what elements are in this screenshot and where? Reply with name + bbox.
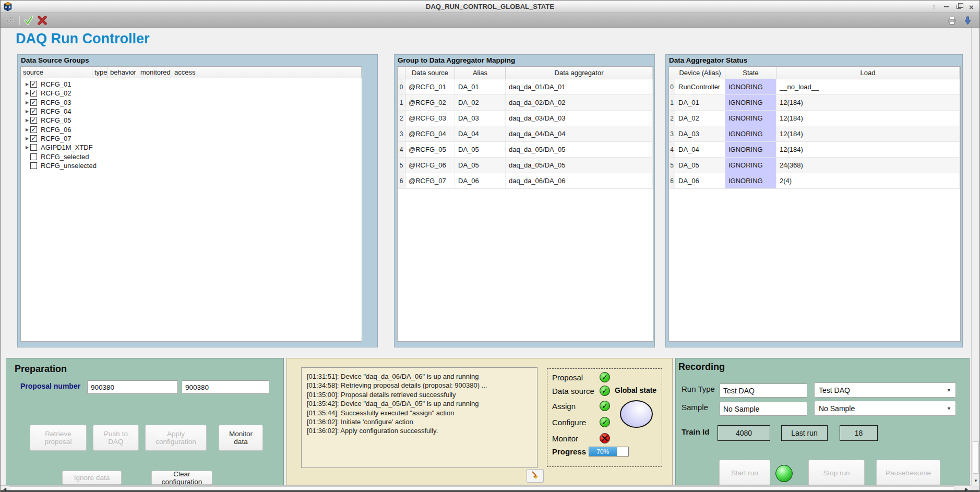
export-arrow-icon[interactable] xyxy=(963,16,972,25)
column-header-alias[interactable]: Alias xyxy=(455,67,506,79)
alias-cell: DA_03 xyxy=(455,111,506,126)
tree-item-rcfg-selected[interactable]: RCFG_selected xyxy=(21,152,362,161)
proposal-number-input[interactable] xyxy=(87,380,178,394)
sample-select[interactable]: No Sample ▼ xyxy=(814,401,956,416)
column-header-data-source[interactable]: Data source xyxy=(405,67,455,79)
row-index: 1 xyxy=(398,95,405,110)
print-icon[interactable] xyxy=(947,16,957,25)
run-type-label: Run Type xyxy=(682,385,715,393)
aggregator-row[interactable]: 2DA_02IGNORING12(184) xyxy=(669,111,960,126)
expand-arrow-icon[interactable]: ▶ xyxy=(24,91,30,95)
expand-arrow-icon[interactable]: ▶ xyxy=(24,118,30,123)
aggregator-row[interactable]: 0RunControllerIGNORING__no_load__ xyxy=(669,79,960,95)
aggregator-row[interactable]: 4DA_04IGNORING12(184) xyxy=(669,142,960,158)
item-checkbox[interactable] xyxy=(30,162,37,169)
expand-arrow-icon[interactable]: ▶ xyxy=(24,109,30,114)
mapping-row[interactable]: 4@RCFG_05DA_05daq_da_05/DA_05 xyxy=(398,142,653,158)
apply-check-icon[interactable] xyxy=(24,16,33,25)
item-checkbox[interactable]: ✓ xyxy=(30,135,37,142)
expand-arrow-icon[interactable]: ▶ xyxy=(24,145,30,150)
stop-run-button[interactable]: Stop run xyxy=(808,460,865,485)
column-header-monitored[interactable]: monitored xyxy=(138,67,172,78)
log-line: [01:35:42]: Device "daq_da_05/DA_05" is … xyxy=(307,399,534,408)
expand-arrow-icon[interactable]: ▶ xyxy=(24,127,30,132)
tree-item-rcfg-04[interactable]: ▶✓RCFG_04 xyxy=(21,107,362,116)
minimize-button[interactable] xyxy=(942,3,950,11)
tree-item-agipd1m-xtdf[interactable]: ▶AGIPD1M_XTDF xyxy=(21,143,362,152)
column-header-data-aggregator[interactable]: Data aggregator xyxy=(506,67,653,79)
item-label: RCFG_01 xyxy=(41,80,71,88)
mapping-row[interactable]: 5@RCFG_06DA_05daq_da_05/DA_05 xyxy=(398,158,653,173)
column-header-behavior[interactable]: behavior xyxy=(108,67,138,78)
start-run-button[interactable]: Start run xyxy=(719,460,770,485)
decline-cross-icon[interactable] xyxy=(38,16,47,25)
aggregator-row[interactable]: 6DA_06IGNORING2(4) xyxy=(669,173,960,189)
mapping-panel: Group to Data Aggregator Mapping Data so… xyxy=(394,54,655,347)
item-checkbox[interactable]: ✓ xyxy=(30,90,37,97)
monitor-data-button[interactable]: Monitor data xyxy=(219,425,263,451)
shade-window-button[interactable]: ↑ xyxy=(930,3,938,11)
clear-configuration-button[interactable]: Clear configuration xyxy=(151,471,212,485)
column-header-load[interactable]: Load xyxy=(776,67,960,79)
data-source-groups-table[interactable]: sourcetypebehaviormonitoredaccess ▶✓RCFG… xyxy=(20,66,362,342)
vertical-scrollbar-thumb[interactable] xyxy=(973,441,979,474)
move-mode-icon[interactable] xyxy=(6,16,15,25)
tree-item-rcfg-unselected[interactable]: RCFG_unselected xyxy=(21,161,362,170)
item-checkbox[interactable]: ✓ xyxy=(30,108,37,115)
tree-item-rcfg-05[interactable]: ▶✓RCFG_05 xyxy=(21,116,362,125)
item-label: RCFG_selected xyxy=(41,153,89,161)
sample-input[interactable] xyxy=(720,402,807,416)
column-header-state[interactable]: State xyxy=(725,67,776,79)
mapping-row[interactable]: 0@RCFG_01DA_01daq_da_01/DA_01 xyxy=(398,79,653,95)
tree-item-rcfg-07[interactable]: ▶✓RCFG_07 xyxy=(21,134,362,143)
clear-log-button[interactable] xyxy=(527,469,544,483)
run-type-select[interactable]: Test DAQ ▼ xyxy=(814,382,956,398)
row-index: 5 xyxy=(669,158,675,173)
item-checkbox[interactable]: ✓ xyxy=(30,117,37,124)
tree-item-rcfg-01[interactable]: ▶✓RCFG_01 xyxy=(21,80,362,89)
status-error-icon xyxy=(600,433,610,443)
item-checkbox[interactable] xyxy=(30,153,37,160)
log-output[interactable]: [01:31:51]: Device "daq_da_06/DA_06" is … xyxy=(301,367,537,468)
load-cell: 24(368) xyxy=(776,158,960,173)
mapping-table[interactable]: Data sourceAliasData aggregator 0@RCFG_0… xyxy=(397,66,653,342)
vertical-scrollbar[interactable]: ▼ xyxy=(971,28,979,485)
mapping-row[interactable]: 3@RCFG_04DA_04daq_da_04/DA_04 xyxy=(398,126,653,142)
titlebar[interactable]: DAQ_RUN_CONTROL_GLOBAL_STATE ↑ × xyxy=(1,1,979,13)
mapping-row[interactable]: 1@RCFG_02DA_02daq_da_02/DA_02 xyxy=(398,95,653,111)
column-header-source[interactable]: source xyxy=(21,67,92,78)
item-checkbox[interactable]: ✓ xyxy=(30,126,37,133)
close-button[interactable]: × xyxy=(967,3,975,11)
item-checkbox[interactable] xyxy=(30,144,37,151)
state-cell: IGNORING xyxy=(725,173,776,188)
aggregator-row[interactable]: 1DA_01IGNORING12(184) xyxy=(669,95,960,111)
ignore-data-button[interactable]: Ignore data xyxy=(62,471,122,485)
expand-arrow-icon[interactable]: ▶ xyxy=(24,82,30,87)
mapping-row[interactable]: 2@RCFG_03DA_03daq_da_03/DA_03 xyxy=(398,111,653,126)
tree-item-rcfg-03[interactable]: ▶✓RCFG_03 xyxy=(21,98,362,107)
tree-item-rcfg-02[interactable]: ▶✓RCFG_02 xyxy=(21,89,362,98)
aggregator-row[interactable]: 3DA_03IGNORING12(184) xyxy=(669,126,960,142)
item-checkbox[interactable]: ✓ xyxy=(30,99,37,106)
retrieve-proposal-button[interactable]: Retrieve proposal xyxy=(30,425,87,451)
column-header-access[interactable]: access xyxy=(172,67,362,78)
restore-button[interactable] xyxy=(955,3,963,11)
column-header-device-alias[interactable]: Device (Alias) xyxy=(675,67,725,79)
pause-resume-button[interactable]: Pause/resume xyxy=(876,460,940,485)
expand-arrow-icon[interactable]: ▶ xyxy=(24,100,30,105)
column-header-type[interactable]: type xyxy=(92,67,108,78)
panel-title: Data Source Groups xyxy=(21,56,89,64)
aggregator-row[interactable]: 5DA_05IGNORING24(368) xyxy=(669,158,960,173)
run-type-input[interactable] xyxy=(720,383,807,398)
item-label: RCFG_03 xyxy=(41,99,71,106)
expand-arrow-icon[interactable]: ▶ xyxy=(24,136,30,141)
push-to-daq-button[interactable]: Push to DAQ xyxy=(93,425,139,451)
apply-configuration-button[interactable]: Apply configuration xyxy=(145,425,207,451)
aggregator-status-table[interactable]: Device (Alias)StateLoad 0RunControllerIG… xyxy=(668,66,961,342)
item-checkbox[interactable]: ✓ xyxy=(30,81,37,88)
scroll-down-arrow[interactable]: ▼ xyxy=(972,477,979,485)
run-status-led xyxy=(775,465,793,482)
tree-item-rcfg-06[interactable]: ▶✓RCFG_06 xyxy=(21,125,362,134)
mapping-row[interactable]: 6@RCFG_07DA_06daq_da_06/DA_06 xyxy=(398,173,653,189)
proposal-number-display[interactable] xyxy=(182,380,269,394)
